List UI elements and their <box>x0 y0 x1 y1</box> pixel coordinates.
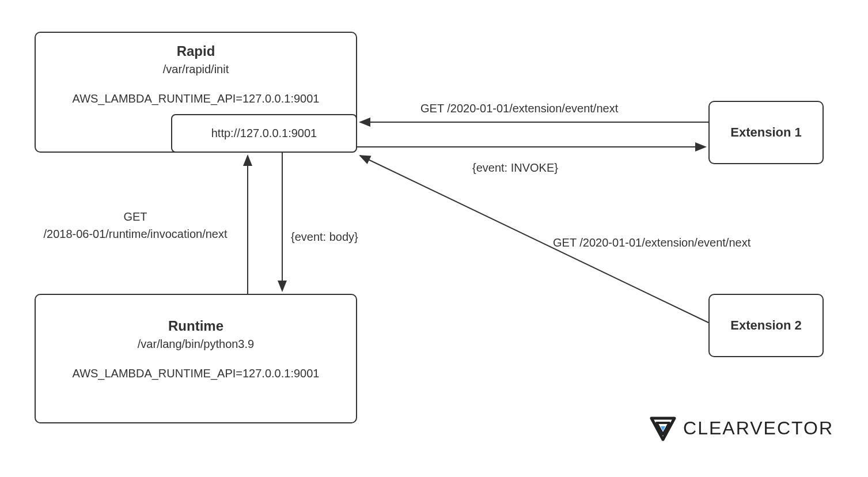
extension-1-label: Extension 1 <box>730 125 801 140</box>
rapid-http-endpoint: http://127.0.0.1:9001 <box>171 114 357 153</box>
rapid-title: Rapid <box>36 43 356 59</box>
ext1-to-rapid-get: GET /2020-01-01/extension/event/next <box>420 102 618 115</box>
extension-1-box: Extension 1 <box>708 101 824 164</box>
rapid-to-runtime-event-body: {event: body} <box>291 230 358 244</box>
runtime-path: /var/lang/bin/python3.9 <box>36 338 356 351</box>
rapid-env: AWS_LAMBDA_RUNTIME_API=127.0.0.1:9001 <box>36 92 356 105</box>
runtime-box: Runtime /var/lang/bin/python3.9 AWS_LAMB… <box>35 294 357 423</box>
clearvector-logo-icon <box>649 414 677 442</box>
runtime-title: Runtime <box>36 318 356 334</box>
rapid-http-endpoint-label: http://127.0.0.1:9001 <box>211 127 317 140</box>
rapid-path: /var/rapid/init <box>36 63 356 76</box>
ext2-to-rapid-get: GET /2020-01-01/extension/event/next <box>553 236 751 249</box>
runtime-to-rapid-get-line2: /2018-06-01/runtime/invocation/next <box>35 228 236 241</box>
rapid-to-ext1-invoke: {event: INVOKE} <box>472 161 558 175</box>
clearvector-logo: CLEARVECTOR <box>649 414 833 442</box>
runtime-env: AWS_LAMBDA_RUNTIME_API=127.0.0.1:9001 <box>36 367 356 380</box>
extension-2-box: Extension 2 <box>708 294 824 357</box>
clearvector-logo-text: CLEARVECTOR <box>683 418 833 439</box>
runtime-to-rapid-get-line1: GET <box>35 210 236 224</box>
extension-2-label: Extension 2 <box>730 318 801 333</box>
